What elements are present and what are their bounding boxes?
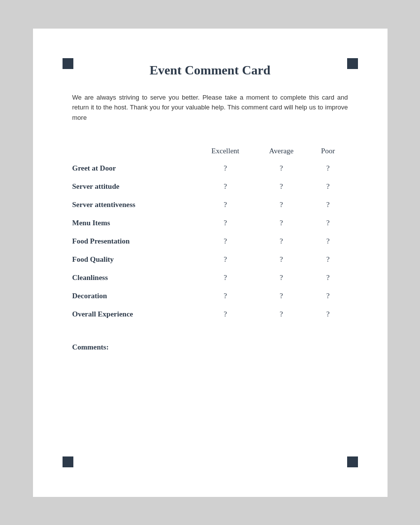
row-poor-7[interactable]: ?	[308, 287, 348, 305]
row-excellent-2[interactable]: ?	[196, 196, 255, 214]
comments-label: Comments:	[72, 343, 348, 351]
row-average-4[interactable]: ?	[255, 232, 308, 250]
table-row: Overall Experience???	[72, 305, 348, 323]
header-average: Average	[255, 143, 308, 159]
row-excellent-1[interactable]: ?	[196, 177, 255, 196]
row-poor-3[interactable]: ?	[308, 214, 348, 232]
page-title: Event Comment Card	[72, 63, 348, 78]
row-average-0[interactable]: ?	[255, 159, 308, 177]
header-poor: Poor	[308, 143, 348, 159]
corner-tr	[347, 58, 358, 69]
table-row: Decoration???	[72, 287, 348, 305]
row-excellent-3[interactable]: ?	[196, 214, 255, 232]
row-label-4: Food Presentation	[72, 232, 196, 250]
table-row: Server attentiveness???	[72, 196, 348, 214]
table-row: Cleanliness???	[72, 269, 348, 287]
row-poor-2[interactable]: ?	[308, 196, 348, 214]
row-poor-8[interactable]: ?	[308, 305, 348, 323]
page: Event Comment Card We are always strivin…	[33, 29, 388, 497]
table-row: Menu Items???	[72, 214, 348, 232]
row-label-1: Server attitude	[72, 177, 196, 196]
row-poor-4[interactable]: ?	[308, 232, 348, 250]
row-average-2[interactable]: ?	[255, 196, 308, 214]
table-row: Food Quality???	[72, 250, 348, 269]
table-row: Greet at Door???	[72, 159, 348, 177]
row-label-0: Greet at Door	[72, 159, 196, 177]
row-poor-5[interactable]: ?	[308, 250, 348, 269]
row-excellent-4[interactable]: ?	[196, 232, 255, 250]
corner-tl	[63, 58, 73, 69]
corner-br	[347, 456, 358, 467]
description-text: We are always striving to serve you bett…	[72, 93, 348, 123]
rating-table: Excellent Average Poor Greet at Door???S…	[72, 143, 348, 323]
row-poor-0[interactable]: ?	[308, 159, 348, 177]
header-empty	[72, 143, 196, 159]
row-excellent-5[interactable]: ?	[196, 250, 255, 269]
row-label-6: Cleanliness	[72, 269, 196, 287]
row-excellent-6[interactable]: ?	[196, 269, 255, 287]
row-label-5: Food Quality	[72, 250, 196, 269]
row-excellent-8[interactable]: ?	[196, 305, 255, 323]
table-row: Food Presentation???	[72, 232, 348, 250]
row-label-3: Menu Items	[72, 214, 196, 232]
corner-bl	[63, 456, 73, 467]
table-row: Server attitude???	[72, 177, 348, 196]
row-label-8: Overall Experience	[72, 305, 196, 323]
row-average-3[interactable]: ?	[255, 214, 308, 232]
row-label-2: Server attentiveness	[72, 196, 196, 214]
row-label-7: Decoration	[72, 287, 196, 305]
row-excellent-0[interactable]: ?	[196, 159, 255, 177]
row-poor-6[interactable]: ?	[308, 269, 348, 287]
header-excellent: Excellent	[196, 143, 255, 159]
row-poor-1[interactable]: ?	[308, 177, 348, 196]
row-average-5[interactable]: ?	[255, 250, 308, 269]
row-average-7[interactable]: ?	[255, 287, 308, 305]
row-excellent-7[interactable]: ?	[196, 287, 255, 305]
row-average-8[interactable]: ?	[255, 305, 308, 323]
row-average-1[interactable]: ?	[255, 177, 308, 196]
row-average-6[interactable]: ?	[255, 269, 308, 287]
